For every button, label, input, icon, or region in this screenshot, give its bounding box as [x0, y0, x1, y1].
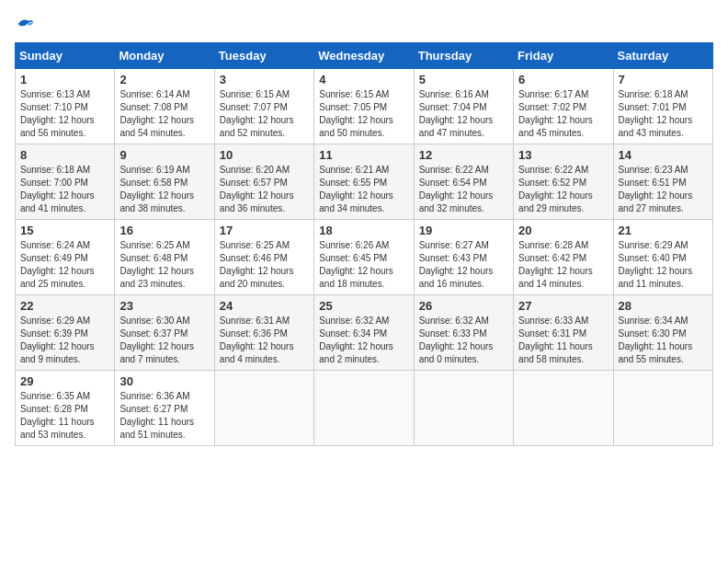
day-info: Sunrise: 6:16 AM Sunset: 7:04 PM Dayligh…	[419, 88, 508, 140]
calendar-cell: 10Sunrise: 6:20 AM Sunset: 6:57 PM Dayli…	[214, 144, 313, 220]
logo	[15, 15, 35, 33]
day-number: 6	[518, 73, 608, 86]
day-info: Sunrise: 6:30 AM Sunset: 6:37 PM Dayligh…	[119, 315, 209, 366]
day-info: Sunrise: 6:14 AM Sunset: 7:08 PM Dayligh…	[119, 88, 209, 140]
day-info: Sunrise: 6:18 AM Sunset: 7:00 PM Dayligh…	[20, 164, 109, 215]
col-header-thursday: Thursday	[414, 43, 513, 69]
calendar-cell: 20Sunrise: 6:28 AM Sunset: 6:42 PM Dayli…	[514, 220, 613, 295]
day-number: 30	[119, 374, 209, 388]
logo-bird-icon	[17, 15, 35, 33]
day-info: Sunrise: 6:21 AM Sunset: 6:55 PM Dayligh…	[319, 164, 408, 215]
day-number: 3	[220, 73, 309, 86]
calendar-cell: 4Sunrise: 6:15 AM Sunset: 7:05 PM Daylig…	[314, 69, 414, 144]
calendar-cell	[514, 371, 613, 446]
calendar-week-row: 22Sunrise: 6:29 AM Sunset: 6:39 PM Dayli…	[16, 295, 713, 371]
calendar-cell: 18Sunrise: 6:26 AM Sunset: 6:45 PM Dayli…	[314, 220, 414, 295]
day-info: Sunrise: 6:34 AM Sunset: 6:30 PM Dayligh…	[619, 315, 708, 366]
calendar-cell: 14Sunrise: 6:23 AM Sunset: 6:51 PM Dayli…	[613, 144, 712, 220]
day-number: 7	[619, 73, 708, 86]
day-info: Sunrise: 6:23 AM Sunset: 6:51 PM Dayligh…	[619, 164, 708, 215]
col-header-wednesday: Wednesday	[314, 43, 414, 69]
day-info: Sunrise: 6:20 AM Sunset: 6:57 PM Dayligh…	[220, 164, 309, 215]
day-info: Sunrise: 6:36 AM Sunset: 6:27 PM Dayligh…	[119, 390, 209, 442]
day-number: 24	[220, 299, 309, 313]
day-number: 8	[20, 148, 109, 162]
calendar-cell: 22Sunrise: 6:29 AM Sunset: 6:39 PM Dayli…	[16, 295, 115, 371]
calendar-cell	[613, 371, 712, 446]
day-number: 17	[220, 224, 309, 237]
day-info: Sunrise: 6:28 AM Sunset: 6:42 PM Dayligh…	[518, 239, 608, 291]
calendar-week-row: 1Sunrise: 6:13 AM Sunset: 7:10 PM Daylig…	[16, 69, 713, 144]
day-info: Sunrise: 6:22 AM Sunset: 6:54 PM Dayligh…	[419, 164, 508, 215]
col-header-sunday: Sunday	[16, 43, 115, 69]
day-number: 16	[119, 224, 209, 237]
calendar-cell: 9Sunrise: 6:19 AM Sunset: 6:58 PM Daylig…	[115, 144, 214, 220]
calendar-cell: 21Sunrise: 6:29 AM Sunset: 6:40 PM Dayli…	[613, 220, 712, 295]
day-info: Sunrise: 6:15 AM Sunset: 7:05 PM Dayligh…	[319, 88, 408, 140]
day-number: 5	[419, 73, 508, 86]
day-info: Sunrise: 6:13 AM Sunset: 7:10 PM Dayligh…	[20, 88, 109, 140]
col-header-saturday: Saturday	[613, 43, 712, 69]
calendar-cell: 28Sunrise: 6:34 AM Sunset: 6:30 PM Dayli…	[613, 295, 712, 371]
col-header-tuesday: Tuesday	[214, 43, 313, 69]
calendar-cell: 23Sunrise: 6:30 AM Sunset: 6:37 PM Dayli…	[115, 295, 214, 371]
day-number: 1	[20, 73, 109, 86]
col-header-friday: Friday	[514, 43, 613, 69]
day-info: Sunrise: 6:24 AM Sunset: 6:49 PM Dayligh…	[20, 239, 109, 291]
calendar-cell: 11Sunrise: 6:21 AM Sunset: 6:55 PM Dayli…	[314, 144, 414, 220]
day-info: Sunrise: 6:31 AM Sunset: 6:36 PM Dayligh…	[220, 315, 309, 366]
header	[15, 15, 713, 33]
day-number: 18	[319, 224, 408, 237]
calendar-cell: 7Sunrise: 6:18 AM Sunset: 7:01 PM Daylig…	[613, 69, 712, 144]
day-number: 9	[119, 148, 209, 162]
day-number: 23	[119, 299, 209, 313]
day-number: 22	[20, 299, 109, 313]
day-info: Sunrise: 6:22 AM Sunset: 6:52 PM Dayligh…	[518, 164, 608, 215]
day-number: 2	[119, 73, 209, 86]
calendar-cell	[214, 371, 313, 446]
day-number: 28	[619, 299, 708, 313]
calendar-cell	[414, 371, 513, 446]
day-info: Sunrise: 6:33 AM Sunset: 6:31 PM Dayligh…	[518, 315, 608, 366]
calendar-cell: 12Sunrise: 6:22 AM Sunset: 6:54 PM Dayli…	[414, 144, 513, 220]
day-info: Sunrise: 6:32 AM Sunset: 6:33 PM Dayligh…	[419, 315, 508, 366]
day-number: 15	[20, 224, 109, 237]
calendar-cell: 24Sunrise: 6:31 AM Sunset: 6:36 PM Dayli…	[214, 295, 313, 371]
calendar-cell: 26Sunrise: 6:32 AM Sunset: 6:33 PM Dayli…	[414, 295, 513, 371]
calendar-week-row: 29Sunrise: 6:35 AM Sunset: 6:28 PM Dayli…	[16, 371, 713, 446]
day-info: Sunrise: 6:29 AM Sunset: 6:39 PM Dayligh…	[20, 315, 109, 366]
calendar-table: SundayMondayTuesdayWednesdayThursdayFrid…	[15, 42, 713, 446]
day-number: 10	[220, 148, 309, 162]
day-number: 14	[619, 148, 708, 162]
day-info: Sunrise: 6:25 AM Sunset: 6:46 PM Dayligh…	[220, 239, 309, 291]
calendar-cell: 30Sunrise: 6:36 AM Sunset: 6:27 PM Dayli…	[115, 371, 214, 446]
day-number: 26	[419, 299, 508, 313]
calendar-header-row: SundayMondayTuesdayWednesdayThursdayFrid…	[16, 43, 713, 69]
day-number: 21	[619, 224, 708, 237]
calendar-cell: 13Sunrise: 6:22 AM Sunset: 6:52 PM Dayli…	[514, 144, 613, 220]
day-number: 25	[319, 299, 408, 313]
day-number: 19	[419, 224, 508, 237]
calendar-week-row: 15Sunrise: 6:24 AM Sunset: 6:49 PM Dayli…	[16, 220, 713, 295]
calendar-cell: 27Sunrise: 6:33 AM Sunset: 6:31 PM Dayli…	[514, 295, 613, 371]
calendar-cell: 8Sunrise: 6:18 AM Sunset: 7:00 PM Daylig…	[16, 144, 115, 220]
calendar-cell: 3Sunrise: 6:15 AM Sunset: 7:07 PM Daylig…	[214, 69, 313, 144]
calendar-cell: 17Sunrise: 6:25 AM Sunset: 6:46 PM Dayli…	[214, 220, 313, 295]
day-info: Sunrise: 6:18 AM Sunset: 7:01 PM Dayligh…	[619, 88, 708, 140]
day-number: 20	[518, 224, 608, 237]
calendar-week-row: 8Sunrise: 6:18 AM Sunset: 7:00 PM Daylig…	[16, 144, 713, 220]
day-info: Sunrise: 6:29 AM Sunset: 6:40 PM Dayligh…	[619, 239, 708, 291]
day-number: 13	[518, 148, 608, 162]
day-info: Sunrise: 6:32 AM Sunset: 6:34 PM Dayligh…	[319, 315, 408, 366]
calendar-cell: 2Sunrise: 6:14 AM Sunset: 7:08 PM Daylig…	[115, 69, 214, 144]
calendar-cell: 19Sunrise: 6:27 AM Sunset: 6:43 PM Dayli…	[414, 220, 513, 295]
day-number: 4	[319, 73, 408, 86]
calendar-cell: 6Sunrise: 6:17 AM Sunset: 7:02 PM Daylig…	[514, 69, 613, 144]
calendar-cell: 29Sunrise: 6:35 AM Sunset: 6:28 PM Dayli…	[16, 371, 115, 446]
col-header-monday: Monday	[115, 43, 214, 69]
day-info: Sunrise: 6:35 AM Sunset: 6:28 PM Dayligh…	[20, 390, 109, 442]
day-info: Sunrise: 6:15 AM Sunset: 7:07 PM Dayligh…	[220, 88, 309, 140]
day-info: Sunrise: 6:25 AM Sunset: 6:48 PM Dayligh…	[119, 239, 209, 291]
day-info: Sunrise: 6:27 AM Sunset: 6:43 PM Dayligh…	[419, 239, 508, 291]
calendar-cell: 1Sunrise: 6:13 AM Sunset: 7:10 PM Daylig…	[16, 69, 115, 144]
